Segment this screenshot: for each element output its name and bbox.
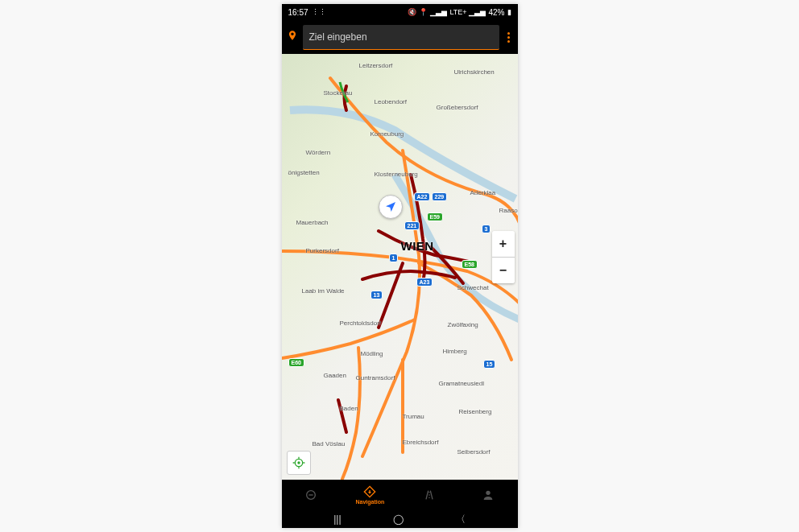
town-label: Klosterneuburg — [375, 171, 418, 178]
map-view[interactable]: WIEN LeitzersdorfUlrichskirchenStockerau… — [282, 54, 518, 480]
signal-icon-2: ▁▃▅ — [469, 9, 486, 16]
town-label: Bad Vöslau — [313, 440, 346, 447]
kebab-menu-icon[interactable] — [504, 32, 513, 43]
town-label: Reisenberg — [459, 408, 492, 415]
road-shield: 3 — [482, 225, 491, 233]
town-label: Guntramsdorf — [356, 374, 395, 381]
town-label: önigstetten — [288, 169, 320, 176]
location-icon: 📍 — [419, 9, 428, 16]
phone-frame: 16:57 ⋮⋮ 🔇 📍 ▁▃▅ LTE+ ▁▃▅ 42% ▮ Ziel ein… — [282, 4, 518, 528]
destination-input[interactable]: Ziel eingeben — [303, 25, 499, 50]
zoom-controls: + − — [492, 231, 515, 283]
status-bar: 16:57 ⋮⋮ 🔇 📍 ▁▃▅ LTE+ ▁▃▅ 42% ▮ — [282, 4, 518, 20]
road-shield: E58 — [462, 260, 478, 269]
town-label: Mauerbach — [296, 219, 329, 226]
road-shield: E60 — [288, 358, 304, 367]
svg-point-1 — [297, 461, 300, 464]
road-network — [282, 54, 518, 480]
town-label: Großebersdorf — [437, 104, 478, 111]
road-shield: 13 — [371, 291, 383, 299]
road-shield: 15 — [483, 360, 496, 369]
sys-home-button[interactable]: ◯ — [393, 513, 404, 525]
town-label: Himberg — [443, 348, 467, 355]
town-label: Perchtoldsdorf — [340, 320, 382, 327]
town-label: Gramatneusiedl — [439, 380, 484, 387]
town-label: Seibersdorf — [457, 448, 491, 456]
tab-profile[interactable] — [458, 480, 517, 510]
town-label: Korneuburg — [371, 130, 404, 138]
tab-navigation-label: Navigation — [355, 499, 384, 505]
road-shield: E59 — [427, 212, 443, 221]
status-notif-icon: ⋮⋮ — [312, 9, 326, 16]
town-label: Ulrichskirchen — [454, 68, 495, 76]
bottom-tab-bar: Navigation — [282, 480, 518, 510]
town-label: Leobendorf — [375, 98, 407, 105]
tab-road[interactable] — [400, 480, 458, 510]
town-label: Zwölfaxing — [448, 321, 478, 328]
town-label: Laab im Walde — [302, 287, 345, 295]
search-row: Ziel eingeben — [282, 20, 518, 54]
tab-navigation[interactable]: Navigation — [341, 480, 400, 510]
destination-placeholder: Ziel eingeben — [309, 31, 367, 43]
zoom-out-button[interactable]: − — [492, 257, 515, 283]
town-label: Schwechat — [457, 284, 489, 291]
town-label: Baden — [340, 405, 358, 412]
svg-point-2 — [486, 491, 490, 495]
town-label: Gaaden — [324, 372, 346, 379]
road-shield: 1 — [389, 254, 399, 262]
battery-icon: ▮ — [507, 9, 511, 16]
sys-back-button[interactable]: 〈 — [456, 513, 466, 526]
road-shield: 221 — [404, 221, 420, 230]
outer-frame: 16:57 ⋮⋮ 🔇 📍 ▁▃▅ LTE+ ▁▃▅ 42% ▮ Ziel ein… — [0, 0, 799, 532]
town-label: Stockerau — [324, 89, 353, 97]
town-label: Leitzersdorf — [359, 62, 393, 69]
zoom-in-button[interactable]: + — [492, 231, 515, 257]
town-label: Purkersdorf — [306, 247, 339, 254]
town-label: Aderklaa — [470, 189, 496, 196]
town-label: Raaso — [499, 207, 518, 214]
road-shield: A23 — [416, 278, 433, 287]
road-shield: A22 — [414, 192, 431, 201]
system-nav-bar: ||| ◯ 〈 — [282, 510, 518, 528]
net-type: LTE+ — [449, 9, 466, 16]
mute-icon: 🔇 — [408, 9, 416, 16]
city-label-main: WIEN — [401, 239, 434, 253]
town-label: Trumau — [403, 413, 424, 420]
recenter-button[interactable] — [287, 451, 311, 475]
status-time: 16:57 — [288, 8, 308, 17]
current-location-marker[interactable] — [379, 195, 403, 219]
road-shield: 229 — [432, 192, 448, 201]
town-label: Ebreichsdorf — [403, 439, 439, 446]
battery-pct: 42% — [488, 8, 504, 17]
signal-icon: ▁▃▅ — [430, 9, 447, 16]
town-label: Wördern — [306, 149, 331, 156]
tab-trips[interactable] — [282, 480, 341, 510]
pin-icon[interactable] — [287, 30, 298, 44]
sys-recent-button[interactable]: ||| — [333, 513, 341, 525]
town-label: Mödling — [361, 350, 383, 357]
